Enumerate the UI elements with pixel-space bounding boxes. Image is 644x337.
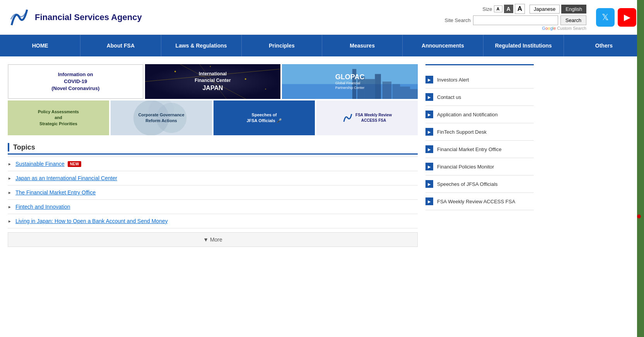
sidebar-label-policies: Financial Policies Monitor bbox=[437, 164, 494, 170]
covid-banner[interactable]: Information on COVID-19 (Novel Coronavir… bbox=[8, 64, 143, 99]
english-lang-button[interactable]: English bbox=[561, 5, 586, 14]
nav-others[interactable]: Others bbox=[564, 35, 644, 56]
sidebar-item-financial-market[interactable]: ▶ Financial Market Entry Office bbox=[425, 141, 534, 158]
topic-link-sustainable[interactable]: Sustainable Finance bbox=[15, 161, 65, 167]
policy-line3: Strategic Priorities bbox=[38, 121, 79, 127]
social-links: 𝕏 ▶ bbox=[596, 8, 636, 27]
sidebar-item-fintech[interactable]: ▶ FinTech Support Desk bbox=[425, 123, 534, 141]
nav-principles[interactable]: Principles bbox=[242, 35, 322, 56]
arrow-icon: ▶ bbox=[428, 182, 431, 186]
sidebar-arrow-fsa-review: ▶ bbox=[425, 197, 433, 205]
sidebar-top-line bbox=[425, 64, 534, 65]
topic-arrow-sustainable: ► bbox=[8, 162, 12, 166]
svg-rect-13 bbox=[383, 82, 391, 99]
arrow-icon: ▶ bbox=[428, 165, 431, 169]
language-controls: Japanese English bbox=[530, 5, 586, 14]
ifcj-banner[interactable]: International Financial Center JAPAN bbox=[145, 64, 281, 99]
arrow-icon: ▶ bbox=[428, 95, 431, 99]
more-button[interactable]: ▼ More bbox=[8, 232, 418, 247]
main-navbar: HOME About FSA Laws & Regulations Princi… bbox=[0, 35, 644, 56]
svg-rect-16 bbox=[410, 89, 418, 99]
speeches-banner[interactable]: Speeches of JFSA Officials 🎤 bbox=[214, 100, 315, 135]
corp-line2: Reform Actions bbox=[138, 118, 184, 124]
svg-point-4 bbox=[210, 66, 211, 67]
fsa-text-block: FSA Weekly Review ACCESS FSA bbox=[355, 112, 392, 123]
ifcj-text: International Financial Center JAPAN bbox=[195, 71, 231, 92]
topic-link-fintech[interactable]: Fintech and Innovation bbox=[15, 204, 70, 210]
sidebar-item-investors-alert[interactable]: ▶ Investors Alert bbox=[425, 71, 534, 89]
youtube-button[interactable]: ▶ bbox=[618, 8, 636, 27]
twitter-icon: 𝕏 bbox=[602, 12, 609, 22]
covid-line3: (Novel Coronavirus) bbox=[51, 85, 99, 92]
glopac-sub1: Global Financial bbox=[335, 81, 365, 86]
sidebar-label-application: Application and Notification bbox=[437, 112, 498, 117]
site-header: Financial Services Agency Size A A A Jap… bbox=[0, 0, 644, 35]
glopac-sub2: Partnership Center bbox=[335, 86, 365, 90]
topic-item-intl: ► Japan as an International Financial Ce… bbox=[8, 171, 418, 186]
sidebar-label-contact: Contact us bbox=[437, 94, 461, 100]
nav-laws[interactable]: Laws & Regulations bbox=[161, 35, 242, 56]
arrow-icon: ▶ bbox=[428, 147, 431, 151]
bottom-banner-grid: Policy Assessments and Strategic Priorit… bbox=[8, 100, 418, 135]
svg-rect-14 bbox=[393, 84, 400, 99]
topic-arrow-market: ► bbox=[8, 191, 12, 195]
sidebar-arrow-policies: ▶ bbox=[425, 163, 433, 170]
fsa-line2: ACCESS FSA bbox=[355, 118, 392, 123]
svg-point-5 bbox=[244, 78, 246, 80]
sidebar-arrow-application: ▶ bbox=[425, 111, 433, 118]
size-small-button[interactable]: A bbox=[494, 5, 502, 12]
glopac-text: GLOPAC Global Financial Partnership Cent… bbox=[331, 69, 369, 94]
sidebar-item-application[interactable]: ▶ Application and Notification bbox=[425, 106, 534, 123]
topic-item-fintech: ► Fintech and Innovation bbox=[8, 200, 418, 214]
sidebar-label-speeches: Speeches of JFSA Officials bbox=[437, 181, 498, 187]
size-large-button[interactable]: A bbox=[515, 4, 525, 14]
glopac-banner[interactable]: GLOPAC Global Financial Partnership Cent… bbox=[282, 64, 418, 99]
logo-area: Financial Services Agency bbox=[8, 6, 437, 29]
fsa-logo bbox=[8, 6, 31, 29]
main-container: Information on COVID-19 (Novel Coronavir… bbox=[0, 56, 542, 255]
policy-text: Policy Assessments and Strategic Priorit… bbox=[38, 109, 79, 127]
sidebar-item-fsa-review[interactable]: ▶ FSA Weekly Review ACCESS FSA bbox=[425, 193, 534, 210]
speeches-text: Speeches of JFSA Officials 🎤 bbox=[246, 112, 282, 124]
topic-link-intl[interactable]: Japan as an International Financial Cent… bbox=[15, 175, 117, 181]
search-button[interactable]: Search bbox=[560, 15, 586, 25]
size-medium-button[interactable]: A bbox=[504, 5, 513, 13]
ifcj-line1: International bbox=[195, 71, 231, 77]
covid-line1: Information on bbox=[51, 71, 99, 78]
nav-home[interactable]: HOME bbox=[0, 35, 80, 56]
nav-announcements[interactable]: Announcements bbox=[403, 35, 483, 56]
sidebar-item-policies-monitor[interactable]: ▶ Financial Policies Monitor bbox=[425, 158, 534, 175]
content-area: Information on COVID-19 (Novel Coronavir… bbox=[8, 64, 418, 247]
topic-arrow-living: ► bbox=[8, 219, 12, 223]
policy-banner[interactable]: Policy Assessments and Strategic Priorit… bbox=[8, 100, 109, 135]
svg-point-6 bbox=[265, 89, 266, 90]
japanese-lang-button[interactable]: Japanese bbox=[530, 5, 560, 14]
sidebar-label-investors: Investors Alert bbox=[437, 77, 469, 83]
svg-point-3 bbox=[174, 71, 176, 72]
corp-text: Corporate Governance Reform Actions bbox=[138, 112, 184, 124]
topic-item-sustainable: ► Sustainable Finance NEW bbox=[8, 157, 418, 171]
nav-regulated[interactable]: Regulated Institutions bbox=[483, 35, 564, 56]
svg-rect-12 bbox=[375, 74, 381, 99]
sidebar-item-contact[interactable]: ▶ Contact us bbox=[425, 89, 534, 106]
fsa-review-text: FSA Weekly Review ACCESS FSA bbox=[342, 112, 392, 123]
twitter-button[interactable]: 𝕏 bbox=[596, 8, 615, 27]
corp-governance-banner[interactable]: Corporate Governance Reform Actions bbox=[111, 100, 212, 135]
header-controls: Size A A A Japanese English Site Search … bbox=[437, 4, 636, 31]
nav-about[interactable]: About FSA bbox=[80, 35, 161, 56]
sidebar-item-speeches[interactable]: ▶ Speeches of JFSA Officials bbox=[425, 175, 534, 193]
sidebar-arrow-fintech: ▶ bbox=[425, 128, 433, 136]
arrow-icon: ▶ bbox=[428, 78, 431, 82]
search-input[interactable] bbox=[473, 15, 558, 25]
policy-line2: and bbox=[38, 115, 79, 121]
svg-rect-15 bbox=[400, 87, 410, 99]
speeches-line2: JFSA Officials 🎤 bbox=[246, 118, 282, 124]
topic-link-living[interactable]: Living in Japan: How to Open a Bank Acco… bbox=[15, 218, 168, 224]
topic-link-market[interactable]: The Financial Market Entry Office bbox=[15, 189, 96, 196]
ifcj-line2: Financial Center bbox=[195, 77, 231, 84]
speeches-line1: Speeches of bbox=[246, 112, 282, 118]
fsa-line1: FSA Weekly Review bbox=[355, 112, 392, 118]
fsa-review-banner[interactable]: FSA Weekly Review ACCESS FSA bbox=[316, 100, 418, 135]
glopac-title: GLOPAC bbox=[335, 73, 365, 81]
nav-measures[interactable]: Measures bbox=[322, 35, 403, 56]
